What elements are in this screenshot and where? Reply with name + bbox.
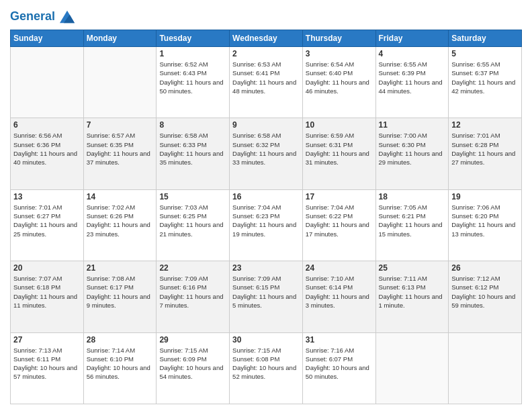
day-number: 15 <box>159 192 226 201</box>
calendar-week-row: 13Sunrise: 7:01 AMSunset: 6:27 PMDayligh… <box>11 189 522 261</box>
cell-info: Sunrise: 7:12 AMSunset: 6:12 PMDaylight:… <box>451 274 519 310</box>
day-number: 18 <box>379 192 446 201</box>
day-number: 21 <box>87 263 154 273</box>
cell-info: Sunrise: 6:53 AMSunset: 6:41 PMDaylight:… <box>232 60 300 95</box>
sunset-text: Sunset: 6:35 PM <box>87 141 134 148</box>
sunrise-text: Sunrise: 6:56 AM <box>13 132 62 139</box>
cell-info: Sunrise: 7:03 AMSunset: 6:25 PMDaylight:… <box>159 203 226 238</box>
day-number: 29 <box>159 335 226 345</box>
sunrise-text: Sunrise: 7:01 AM <box>451 132 500 139</box>
cell-info: Sunrise: 7:11 AMSunset: 6:13 PMDaylight:… <box>379 274 446 310</box>
day-number: 6 <box>13 120 81 130</box>
day-number: 14 <box>87 192 154 201</box>
daylight-text: Daylight: 11 hours and 17 minutes. <box>306 221 369 237</box>
calendar-week-row: 1Sunrise: 6:52 AMSunset: 6:43 PMDaylight… <box>11 47 522 118</box>
daylight-text: Daylight: 11 hours and 7 minutes. <box>159 293 223 309</box>
sunrise-text: Sunrise: 7:13 AM <box>13 347 62 354</box>
calendar-cell: 24Sunrise: 7:10 AMSunset: 6:14 PMDayligh… <box>302 261 375 332</box>
day-number: 4 <box>379 49 446 58</box>
sunset-text: Sunset: 6:41 PM <box>232 69 279 77</box>
calendar-cell <box>11 47 84 118</box>
calendar-cell: 9Sunrise: 6:58 AMSunset: 6:32 PMDaylight… <box>230 118 303 189</box>
day-number: 23 <box>232 263 300 273</box>
calendar-cell: 6Sunrise: 6:56 AMSunset: 6:36 PMDaylight… <box>11 118 84 189</box>
weekday-header: Wednesday <box>230 30 303 47</box>
sunrise-text: Sunrise: 7:09 AM <box>159 275 208 282</box>
sunrise-text: Sunrise: 6:58 AM <box>159 132 208 139</box>
cell-info: Sunrise: 6:58 AMSunset: 6:33 PMDaylight:… <box>159 131 226 167</box>
sunset-text: Sunset: 6:31 PM <box>306 141 353 148</box>
cell-info: Sunrise: 6:55 AMSunset: 6:39 PMDaylight:… <box>379 60 446 95</box>
sunrise-text: Sunrise: 7:15 AM <box>232 347 281 354</box>
calendar: SundayMondayTuesdayWednesdayThursdayFrid… <box>10 30 522 404</box>
cell-info: Sunrise: 7:04 AMSunset: 6:22 PMDaylight:… <box>306 203 373 238</box>
sunset-text: Sunset: 6:33 PM <box>159 141 206 148</box>
calendar-cell: 5Sunrise: 6:55 AMSunset: 6:37 PMDaylight… <box>449 47 522 118</box>
sunrise-text: Sunrise: 6:55 AM <box>379 60 427 68</box>
sunrise-text: Sunrise: 6:58 AM <box>232 132 281 139</box>
logo-text: General <box>10 9 75 24</box>
day-number: 31 <box>306 335 373 345</box>
sunrise-text: Sunrise: 6:52 AM <box>159 60 208 68</box>
daylight-text: Daylight: 11 hours and 27 minutes. <box>451 150 515 166</box>
sunrise-text: Sunrise: 7:11 AM <box>379 275 427 282</box>
day-number: 24 <box>306 263 373 273</box>
calendar-cell: 4Sunrise: 6:55 AMSunset: 6:39 PMDaylight… <box>375 47 449 118</box>
calendar-cell: 11Sunrise: 7:00 AMSunset: 6:30 PMDayligh… <box>375 118 449 189</box>
calendar-cell <box>83 47 157 118</box>
day-number: 11 <box>379 120 446 130</box>
day-number: 16 <box>232 192 300 201</box>
calendar-cell: 10Sunrise: 6:59 AMSunset: 6:31 PMDayligh… <box>302 118 375 189</box>
sunset-text: Sunset: 6:27 PM <box>13 212 60 220</box>
sunrise-text: Sunrise: 7:05 AM <box>379 203 427 211</box>
sunrise-text: Sunrise: 6:53 AM <box>232 60 281 68</box>
calendar-cell: 26Sunrise: 7:12 AMSunset: 6:12 PMDayligh… <box>449 261 522 332</box>
weekday-header: Tuesday <box>157 30 230 47</box>
day-number: 20 <box>13 263 81 273</box>
calendar-cell: 15Sunrise: 7:03 AMSunset: 6:25 PMDayligh… <box>157 189 230 261</box>
logo: General <box>10 9 75 24</box>
cell-info: Sunrise: 7:10 AMSunset: 6:14 PMDaylight:… <box>306 274 373 310</box>
cell-info: Sunrise: 7:05 AMSunset: 6:21 PMDaylight:… <box>379 203 446 238</box>
cell-info: Sunrise: 6:59 AMSunset: 6:31 PMDaylight:… <box>306 131 373 167</box>
cell-info: Sunrise: 7:01 AMSunset: 6:28 PMDaylight:… <box>451 131 519 167</box>
cell-info: Sunrise: 7:00 AMSunset: 6:30 PMDaylight:… <box>379 131 446 167</box>
weekday-header: Friday <box>375 30 449 47</box>
day-number: 1 <box>159 49 226 58</box>
daylight-text: Daylight: 10 hours and 50 minutes. <box>306 364 369 380</box>
sunset-text: Sunset: 6:15 PM <box>232 283 279 291</box>
daylight-text: Daylight: 11 hours and 31 minutes. <box>306 150 369 166</box>
day-number: 30 <box>232 335 300 345</box>
daylight-text: Daylight: 11 hours and 50 minutes. <box>159 79 223 95</box>
sunrise-text: Sunrise: 7:12 AM <box>451 275 500 282</box>
calendar-cell: 18Sunrise: 7:05 AMSunset: 6:21 PMDayligh… <box>375 189 449 261</box>
calendar-cell: 8Sunrise: 6:58 AMSunset: 6:33 PMDaylight… <box>157 118 230 189</box>
cell-info: Sunrise: 7:06 AMSunset: 6:20 PMDaylight:… <box>451 203 519 238</box>
cell-info: Sunrise: 7:09 AMSunset: 6:15 PMDaylight:… <box>232 274 300 310</box>
sunrise-text: Sunrise: 6:54 AM <box>306 60 354 68</box>
day-number: 7 <box>87 120 154 130</box>
sunrise-text: Sunrise: 7:15 AM <box>159 347 208 354</box>
calendar-cell: 17Sunrise: 7:04 AMSunset: 6:22 PMDayligh… <box>302 189 375 261</box>
sunrise-text: Sunrise: 6:57 AM <box>87 132 135 139</box>
day-number: 27 <box>13 335 81 345</box>
daylight-text: Daylight: 11 hours and 44 minutes. <box>379 79 443 95</box>
day-number: 28 <box>87 335 154 345</box>
calendar-cell <box>375 332 449 404</box>
day-number: 3 <box>306 49 373 58</box>
sunrise-text: Sunrise: 7:04 AM <box>232 203 281 211</box>
daylight-text: Daylight: 11 hours and 48 minutes. <box>232 79 296 95</box>
daylight-text: Daylight: 11 hours and 9 minutes. <box>87 293 150 309</box>
calendar-header-row: SundayMondayTuesdayWednesdayThursdayFrid… <box>11 30 522 47</box>
cell-info: Sunrise: 6:54 AMSunset: 6:40 PMDaylight:… <box>306 60 373 95</box>
daylight-text: Daylight: 10 hours and 54 minutes. <box>159 364 223 380</box>
sunset-text: Sunset: 6:22 PM <box>306 212 353 220</box>
cell-info: Sunrise: 7:04 AMSunset: 6:23 PMDaylight:… <box>232 203 300 238</box>
sunset-text: Sunset: 6:40 PM <box>306 69 353 77</box>
daylight-text: Daylight: 11 hours and 5 minutes. <box>232 293 296 309</box>
daylight-text: Daylight: 11 hours and 1 minute. <box>379 293 443 309</box>
sunset-text: Sunset: 6:17 PM <box>87 283 134 291</box>
day-number: 22 <box>159 263 226 273</box>
sunset-text: Sunset: 6:12 PM <box>451 283 498 291</box>
daylight-text: Daylight: 10 hours and 59 minutes. <box>451 293 515 309</box>
